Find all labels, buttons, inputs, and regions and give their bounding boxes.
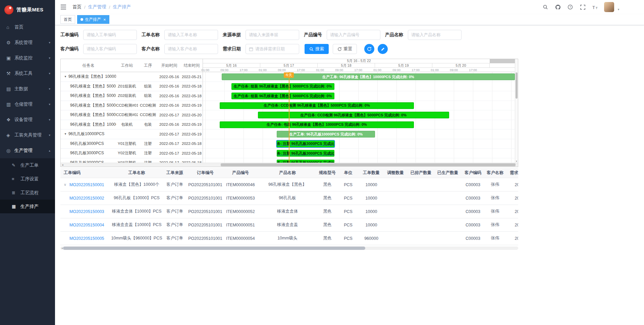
- gantt-grid-row[interactable]: 96孔移液盒【黑色】5000PCSZ01组装机组装2022-05-162022-…: [61, 82, 203, 92]
- customer-name-input-field[interactable]: [168, 47, 215, 51]
- app-logo[interactable]: 苦糖果MES: [0, 0, 55, 19]
- product-name-input-field[interactable]: [411, 33, 458, 37]
- sidebar-item-system-tools[interactable]: ⚒系统工具▾: [0, 66, 55, 81]
- tab-home[interactable]: 首页: [60, 15, 75, 24]
- order-link[interactable]: MO202205150001: [69, 182, 104, 187]
- gantt-bar[interactable]: 生产任务: 注塑 96孔孔板3000PCS 完成比例: 0%: [277, 160, 334, 163]
- gantt-bar[interactable]: 生产工单: 96孔孔板10000PCS 完成比例: 0%: [277, 131, 375, 138]
- github-icon[interactable]: [554, 4, 561, 10]
- svg-text:T: T: [596, 6, 598, 9]
- sidebar-item-warehouse-mgmt[interactable]: ▥仓储管理▾: [0, 97, 55, 112]
- demand-date-input[interactable]: [246, 44, 299, 54]
- source-doc-input[interactable]: [246, 30, 299, 40]
- submenu-item-process-flow[interactable]: ≣工艺流程: [0, 186, 55, 200]
- qty-cell: 10000: [359, 209, 383, 214]
- gantt-grid-row[interactable]: 96孔孔板3000PCSY01注塑机注塑2022-05-172022-05-18: [61, 139, 203, 149]
- reset-button[interactable]: 重置: [333, 44, 357, 54]
- fullscreen-icon[interactable]: [579, 4, 586, 10]
- sidebar-item-master-data[interactable]: ▤主数据▾: [0, 81, 55, 97]
- gantt-grid-row[interactable]: 96孔孔板3000PCSY02注塑机注塑2022-05-172022-05-18: [61, 149, 203, 158]
- workorder-code-input-field[interactable]: [87, 33, 133, 37]
- sidebar-item-home[interactable]: ⌂首页: [0, 19, 55, 35]
- edit-button[interactable]: [378, 44, 388, 54]
- scrollbar-thumb[interactable]: [516, 72, 518, 99]
- product-name-input[interactable]: [408, 30, 462, 40]
- table-row[interactable]: ∨MO202205150001移液盒【黑色】10000个客户订单PO202205…: [60, 178, 518, 192]
- gantt-bar[interactable]: 生产任务: 注塑 96孔孔板3000PCS 完成比例: 0%: [277, 141, 334, 147]
- gantt-bar-label: 生产任务: 注塑 96孔孔板3000PCS 完成比例: 0%: [277, 141, 334, 146]
- avatar[interactable]: [604, 2, 614, 12]
- gantt-grid-row[interactable]: 96孔移液盒【黑色】5000PCSZ02组装机组装2022-05-162022-…: [61, 91, 203, 101]
- customer-code-input[interactable]: [83, 44, 137, 54]
- gantt-bar[interactable]: 生产任务: CCD检测 96孔移液盒【黑色】5000PCS 完成比例: 0%: [258, 112, 449, 118]
- gantt-bar[interactable]: 生产任务: 组装 96孔移液盒【黑色】5000PCS 完成比例: 0%: [231, 83, 334, 90]
- expand-triangle-icon[interactable]: ▼: [64, 75, 67, 78]
- gantt-grid-row[interactable]: ▼96孔孔板10000PCS2022-05-172022-05-19: [61, 129, 203, 139]
- order-link[interactable]: MO202205150002: [69, 196, 104, 201]
- gantt-grid-row[interactable]: 96孔移液盒【黑色】10000PCS包装机包装2022-05-162022-05…: [61, 120, 203, 130]
- navbar: 首页/生产管理/生产排产 ? TT ▼: [55, 0, 644, 14]
- demand-date-input-field[interactable]: [255, 47, 296, 51]
- gantt-grid-row[interactable]: ▼96孔移液盒【黑色】10000PCS2022-05-162022-05-21: [61, 72, 203, 82]
- spec-cell: 黑色: [318, 235, 337, 241]
- gantt-bar[interactable]: 生产任务: 组装 96孔移液盒【黑色】5000PCS 完成比例: 0%: [231, 93, 334, 99]
- scrollbar-thumb[interactable]: [221, 163, 516, 166]
- order-link[interactable]: MO202205150005: [69, 236, 104, 241]
- scroll-left-arrow-icon[interactable]: ◄: [61, 247, 63, 250]
- gantt-grid-row[interactable]: 96孔移液盒【黑色】5000PCSCCD检测#01CCD检测2022-05-16…: [61, 101, 203, 111]
- gantt-bar[interactable]: 生产任务: 包装 96孔移液盒【黑色】10000PCS 完成比例: 0%: [220, 121, 414, 128]
- table-row[interactable]: MO202205150004移液盒盒盖【10000】PCS客户订单PO20220…: [60, 218, 518, 232]
- gantt-grid-row[interactable]: 96孔孔板3000PCSY03注塑机注塑2022-05-172022-05-18: [61, 158, 203, 163]
- customer-code-input-field[interactable]: [87, 47, 133, 51]
- gantt-vertical-scrollbar[interactable]: ▼: [515, 59, 518, 163]
- sidebar-item-equipment-mgmt[interactable]: ❖设备管理▾: [0, 112, 55, 127]
- filter-label: 工单编码: [60, 32, 80, 38]
- gantt-bar[interactable]: 生产任务: CCD检测 96孔移液盒【黑色】5000PCS 完成比例: 0%: [220, 102, 414, 109]
- task-name-cell: 96孔移液盒【黑色】5000PCS: [61, 112, 116, 118]
- scroll-down-arrow-icon[interactable]: ▼: [515, 160, 518, 162]
- source-doc-input-field[interactable]: [249, 33, 296, 37]
- table-row[interactable]: MO20220515000296孔孔板【10000】PCS客户订单PO20220…: [60, 192, 518, 205]
- order-link[interactable]: MO202205150003: [69, 209, 104, 214]
- gantt-bar[interactable]: 生产工单: 96孔移液盒【黑色】10000PCS 完成比例: 0%: [222, 73, 515, 80]
- close-icon[interactable]: ×: [103, 17, 106, 22]
- customer-name-input[interactable]: [164, 44, 218, 54]
- table-horizontal-scrollbar[interactable]: ◄: [60, 247, 518, 250]
- font-size-icon[interactable]: TT: [592, 4, 598, 10]
- submenu-item-production-scheduling[interactable]: ▦生产排产: [0, 200, 55, 213]
- table-row[interactable]: MO202205150003移液盒盒体【10000】PCS客户订单PO20220…: [60, 205, 518, 218]
- refresh-gantt-button[interactable]: [364, 44, 374, 54]
- search-icon[interactable]: [542, 4, 549, 10]
- table-row[interactable]: MO20220515000510mm吸头【960000】PCS客户订单PO202…: [60, 232, 518, 245]
- sidebar-toggle-button[interactable]: [60, 3, 68, 11]
- app-root: 苦糖果MES ⌂首页⚙系统管理▾▣系统监控▾⚒系统工具▾▤主数据▾▥仓储管理▾❖…: [0, 0, 644, 325]
- gantt-bar[interactable]: 生产任务: 注塑 96孔孔板3000PCS 完成比例: 0%: [277, 150, 334, 157]
- sidebar-item-system-monitor[interactable]: ▣系统监控▾: [0, 50, 55, 66]
- scrollbar-thumb[interactable]: [63, 247, 365, 250]
- product-code-input[interactable]: [327, 30, 380, 40]
- sidebar-item-production-mgmt[interactable]: ◎生产管理▴: [0, 143, 55, 158]
- sidebar-item-system-mgmt[interactable]: ⚙系统管理▾: [0, 35, 55, 50]
- breadcrumb-item[interactable]: 生产管理: [88, 4, 106, 10]
- scroll-left-arrow-icon[interactable]: ◄: [61, 163, 64, 167]
- submenu-item-production-workorder[interactable]: ✎生产工单: [0, 158, 55, 172]
- submenu-item-process-settings[interactable]: ≡工序设置: [0, 172, 55, 186]
- order-link[interactable]: MO202205150004: [69, 223, 104, 227]
- tab-production-scheduling[interactable]: 生产排产×: [77, 15, 109, 24]
- help-icon[interactable]: ?: [567, 4, 574, 10]
- gantt-horizontal-scrollbar[interactable]: ◄: [61, 163, 518, 167]
- breadcrumb-item[interactable]: 首页: [72, 4, 82, 10]
- breadcrumb-item[interactable]: 生产排产: [113, 4, 131, 10]
- gantt-grid-row[interactable]: 96孔移液盒【黑色】5000PCSCCD检测#02CCD检测2022-05-17…: [61, 110, 203, 120]
- workorder-code-input[interactable]: [83, 30, 137, 40]
- workorder-name-input-field[interactable]: [168, 33, 215, 37]
- content: 工单编码工单名称来源单据产品编号产品名称 客户编码客户名称需求日期 搜索 重置: [55, 25, 644, 325]
- today-label: 今天: [284, 72, 294, 78]
- sidebar-item-fixture-mgmt[interactable]: ◈工装夹具管理▾: [0, 127, 55, 143]
- search-button[interactable]: 搜索: [305, 44, 329, 54]
- expand-triangle-icon[interactable]: ▼: [64, 132, 67, 136]
- product-code-input-field[interactable]: [330, 33, 377, 37]
- workorder-name-input[interactable]: [164, 30, 218, 40]
- expand-chevron-icon[interactable]: ∨: [64, 182, 69, 187]
- chevron-down-icon[interactable]: ▼: [617, 8, 620, 11]
